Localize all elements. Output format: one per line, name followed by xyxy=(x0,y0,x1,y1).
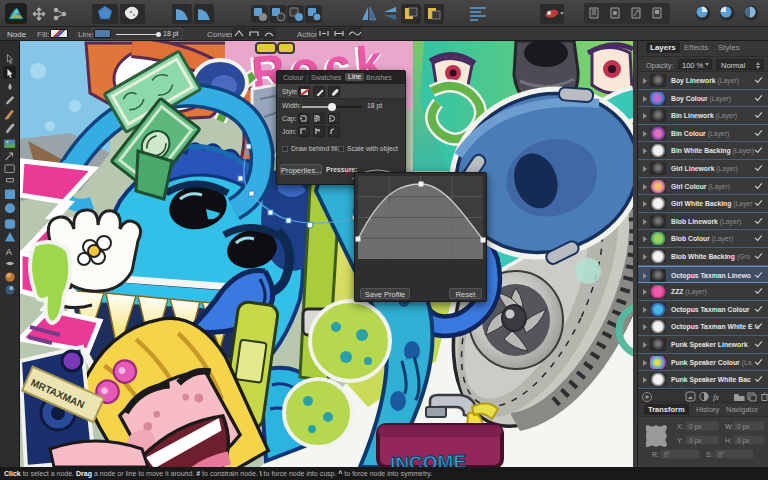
svg-text:fx: fx xyxy=(713,393,719,402)
svg-text:A: A xyxy=(6,247,13,257)
svg-text:INCOME: INCOME xyxy=(390,451,467,467)
